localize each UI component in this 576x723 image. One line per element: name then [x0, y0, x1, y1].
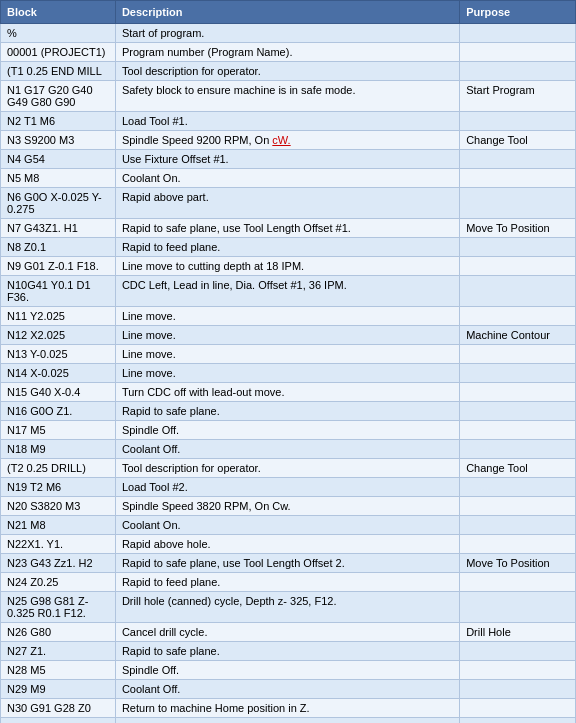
purpose-cell: Move To Position: [460, 219, 576, 238]
block-cell: 00001 (PROJECT1): [1, 43, 116, 62]
block-cell: N23 G43 Zz1. H2: [1, 554, 116, 573]
block-cell: N1 G17 G20 G40 G49 G80 G90: [1, 81, 116, 112]
table-row: N6 G0O X-0.025 Y-0.275Rapid above part.: [1, 188, 576, 219]
description-cell: Line move.: [115, 364, 459, 383]
table-row: N4 G54Use Fixture Offset #1.: [1, 150, 576, 169]
block-cell: %: [1, 24, 116, 43]
purpose-cell: [460, 440, 576, 459]
table-row: N22X1. Y1.Rapid above hole.: [1, 535, 576, 554]
block-cell: N21 M8: [1, 516, 116, 535]
block-cell: N19 T2 M6: [1, 478, 116, 497]
block-cell: N7 G43Z1. H1: [1, 219, 116, 238]
description-cell: Rapid to safe plane, use Tool Length Off…: [115, 554, 459, 573]
block-cell: N13 Y-0.025: [1, 345, 116, 364]
description-cell: Return to machine Home position in Z.: [115, 699, 459, 718]
col-header-block: Block: [1, 1, 116, 24]
description-cell: Coolant Off.: [115, 680, 459, 699]
purpose-cell: End Program: [460, 718, 576, 724]
purpose-cell: [460, 345, 576, 364]
block-cell: N10G41 Y0.1 D1 F36.: [1, 276, 116, 307]
purpose-cell: [460, 150, 576, 169]
purpose-cell: Drill Hole: [460, 623, 576, 642]
table-row: N11 Y2.025Line move.: [1, 307, 576, 326]
purpose-cell: [460, 24, 576, 43]
purpose-cell: [460, 535, 576, 554]
block-cell: N15 G40 X-0.4: [1, 383, 116, 402]
block-cell: N25 G98 G81 Z-0.325 R0.1 F12.: [1, 592, 116, 623]
description-cell: Turn CDC off with lead-out move.: [115, 383, 459, 402]
purpose-cell: [460, 188, 576, 219]
purpose-cell: Move To Position: [460, 554, 576, 573]
purpose-cell: [460, 169, 576, 188]
description-cell: Spindle Speed 3820 RPM, On Cw.: [115, 497, 459, 516]
purpose-cell: Change Tool: [460, 131, 576, 150]
purpose-cell: [460, 497, 576, 516]
block-cell: N24 Z0.25: [1, 573, 116, 592]
table-row: N8 Z0.1Rapid to feed plane.: [1, 238, 576, 257]
table-row: N9 G01 Z-0.1 F18.Line move to cutting de…: [1, 257, 576, 276]
table-row: N26 G80Cancel drill cycle.Drill Hole: [1, 623, 576, 642]
block-cell: N18 M9: [1, 440, 116, 459]
description-cell: Line move.: [115, 307, 459, 326]
block-cell: N17 M5: [1, 421, 116, 440]
block-cell: N9 G01 Z-0.1 F18.: [1, 257, 116, 276]
block-cell: N12 X2.025: [1, 326, 116, 345]
table-row: 00001 (PROJECT1)Program number (Program …: [1, 43, 576, 62]
purpose-cell: [460, 402, 576, 421]
table-row: N23 G43 Zz1. H2Rapid to safe plane, use …: [1, 554, 576, 573]
table-row: N14 X-0.025Line move.: [1, 364, 576, 383]
description-cell: Rapid above part.: [115, 188, 459, 219]
table-row: N19 T2 M6Load Tool #2.: [1, 478, 576, 497]
table-row: N28 M5Spindle Off.: [1, 661, 576, 680]
description-cell: Load Tool #2.: [115, 478, 459, 497]
description-cell: Spindle Off.: [115, 661, 459, 680]
table-row: (T2 0.25 DRILL)Tool description for oper…: [1, 459, 576, 478]
description-cell: Rapid to safe plane.: [115, 402, 459, 421]
block-cell: N14 X-0.025: [1, 364, 116, 383]
table-row: N16 G0O Z1.Rapid to safe plane.: [1, 402, 576, 421]
description-cell: Coolant Off.: [115, 440, 459, 459]
table-row: N5 M8Coolant On.: [1, 169, 576, 188]
purpose-cell: [460, 383, 576, 402]
description-cell: Tool description for operator.: [115, 62, 459, 81]
description-cell: Line move.: [115, 345, 459, 364]
table-row: N18 M9Coolant Off.: [1, 440, 576, 459]
description-cell: Drill hole (canned) cycle, Depth z- 325,…: [115, 592, 459, 623]
table-row: %Start of program.: [1, 24, 576, 43]
purpose-cell: [460, 307, 576, 326]
purpose-cell: [460, 364, 576, 383]
table-row: N1 G17 G20 G40 G49 G80 G90Safety block t…: [1, 81, 576, 112]
purpose-cell: [460, 112, 576, 131]
description-cell: Use Fixture Offset #1.: [115, 150, 459, 169]
purpose-cell: Change Tool: [460, 459, 576, 478]
description-cell: Rapid to safe plane.: [115, 642, 459, 661]
description-cell: Cancel drill cycle.: [115, 623, 459, 642]
purpose-cell: [460, 43, 576, 62]
description-cell: Rapid above hole.: [115, 535, 459, 554]
table-row: N31 G91 G28 XOYOReturn to machine Home p…: [1, 718, 576, 724]
description-cell: Program number (Program Name).: [115, 43, 459, 62]
description-cell: Line move to cutting depth at 18 IPM.: [115, 257, 459, 276]
purpose-cell: Start Program: [460, 81, 576, 112]
purpose-cell: [460, 516, 576, 535]
table-row: N3 S9200 M3Spindle Speed 9200 RPM, On cW…: [1, 131, 576, 150]
purpose-cell: [460, 62, 576, 81]
main-table: Block Description Purpose %Start of prog…: [0, 0, 576, 723]
table-row: N13 Y-0.025Line move.: [1, 345, 576, 364]
block-cell: N27 Z1.: [1, 642, 116, 661]
purpose-cell: [460, 421, 576, 440]
description-cell: Safety block to ensure machine is in saf…: [115, 81, 459, 112]
description-cell: Spindle Speed 9200 RPM, On cW.: [115, 131, 459, 150]
block-cell: N2 T1 M6: [1, 112, 116, 131]
table-row: (T1 0.25 END MILLTool description for op…: [1, 62, 576, 81]
description-cell: Tool description for operator.: [115, 459, 459, 478]
block-cell: (T2 0.25 DRILL): [1, 459, 116, 478]
table-row: N24 Z0.25Rapid to feed plane.: [1, 573, 576, 592]
block-cell: N30 G91 G28 Z0: [1, 699, 116, 718]
purpose-cell: [460, 257, 576, 276]
table-row: N17 M5Spindle Off.: [1, 421, 576, 440]
table-row: N21 M8Coolant On.: [1, 516, 576, 535]
block-cell: N3 S9200 M3: [1, 131, 116, 150]
block-cell: N26 G80: [1, 623, 116, 642]
table-row: N29 M9Coolant Off.: [1, 680, 576, 699]
